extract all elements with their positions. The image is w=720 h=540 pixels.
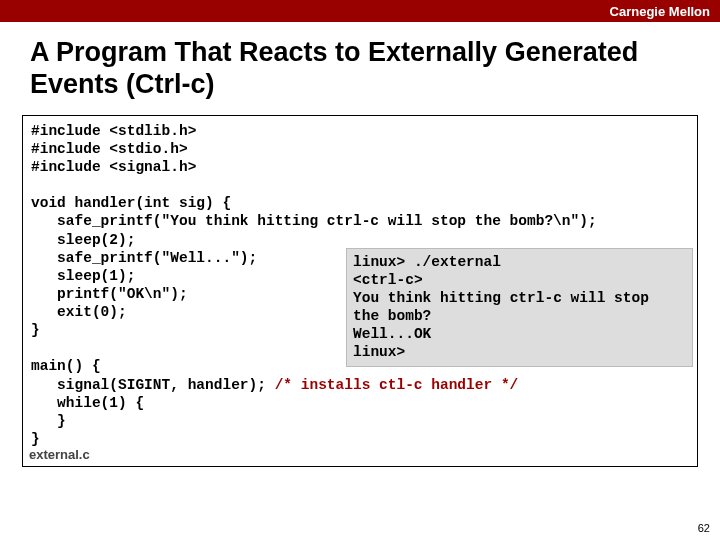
code-comment: /* installs ctl-c handler */	[275, 377, 519, 393]
brand-label: Carnegie Mellon	[610, 4, 710, 19]
code-signal-pre: signal(SIGINT, handler);	[31, 377, 275, 393]
terminal-overlay: linux> ./external <ctrl-c> You think hit…	[346, 248, 693, 367]
slide-title: A Program That Reacts to Externally Gene…	[0, 22, 720, 115]
code-box: #include <stdlib.h> #include <stdio.h> #…	[22, 115, 698, 467]
code-signal-line: signal(SIGINT, handler); /* installs ctl…	[31, 376, 689, 394]
page-number: 62	[698, 522, 710, 534]
code-includes: #include <stdlib.h> #include <stdio.h> #…	[31, 122, 689, 176]
filename-label: external.c	[29, 447, 90, 463]
topbar: Carnegie Mellon	[0, 0, 720, 22]
terminal-output: linux> ./external <ctrl-c> You think hit…	[353, 253, 686, 362]
code-body-bottom: while(1) { } }	[31, 394, 689, 448]
